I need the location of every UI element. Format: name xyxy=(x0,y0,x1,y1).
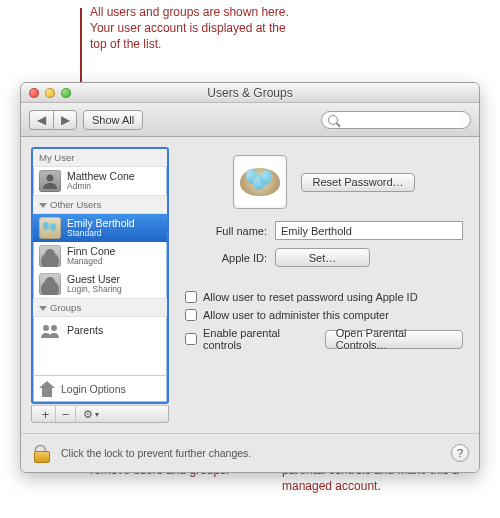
section-other-users: Other Users xyxy=(33,195,167,214)
user-picture[interactable] xyxy=(233,155,287,209)
appleid-set-button[interactable]: Set… xyxy=(275,248,370,267)
user-role: Login, Sharing xyxy=(67,285,122,294)
allow-admin-checkbox[interactable] xyxy=(185,309,197,321)
parental-checkbox[interactable] xyxy=(185,333,197,345)
forward-button[interactable]: ▶ xyxy=(53,110,77,130)
sidebar-item-user[interactable]: Finn Cone Managed xyxy=(33,242,167,270)
svg-point-0 xyxy=(47,175,54,182)
svg-point-1 xyxy=(43,325,49,331)
chevron-down-icon xyxy=(39,203,47,208)
toolbar: ◀ ▶ Show All xyxy=(21,103,479,137)
lock-icon[interactable] xyxy=(31,442,53,464)
titlebar: Users & Groups xyxy=(21,83,479,103)
allow-admin-label: Allow user to administer this computer xyxy=(203,309,389,321)
parental-label: Enable parental controls xyxy=(203,327,313,351)
remove-user-button[interactable]: − xyxy=(56,406,76,422)
user-role: Managed xyxy=(67,257,115,266)
section-my-user: My User xyxy=(33,149,167,167)
add-user-button[interactable]: + xyxy=(36,406,56,422)
login-options[interactable]: Login Options xyxy=(33,375,167,402)
window-title: Users & Groups xyxy=(21,86,479,100)
sidebar-item-user-selected[interactable]: Emily Berthold Standard xyxy=(33,214,167,242)
sidebar-item-group[interactable]: Parents xyxy=(33,317,167,345)
reset-password-button[interactable]: Reset Password… xyxy=(301,173,414,192)
sidebar-footer: + − xyxy=(31,405,169,423)
avatar xyxy=(39,273,61,295)
group-icon xyxy=(39,320,61,342)
section-label: Other Users xyxy=(50,199,101,210)
fullname-input[interactable] xyxy=(275,221,463,240)
search-field[interactable] xyxy=(321,111,471,129)
user-role: Standard xyxy=(67,229,135,238)
annotation-top: All users and groups are shown here. You… xyxy=(90,4,290,53)
avatar xyxy=(39,170,61,192)
open-parental-button[interactable]: Open Parental Controls… xyxy=(325,330,463,349)
show-all-button[interactable]: Show All xyxy=(83,110,143,130)
search-icon xyxy=(328,115,338,125)
lock-row: Click the lock to prevent further change… xyxy=(21,433,479,472)
section-groups: Groups xyxy=(33,298,167,317)
home-icon xyxy=(39,381,55,397)
chevron-down-icon xyxy=(39,306,47,311)
allow-reset-checkbox[interactable] xyxy=(185,291,197,303)
avatar xyxy=(39,245,61,267)
svg-point-2 xyxy=(51,325,57,331)
section-label: Groups xyxy=(50,302,81,313)
fullname-label: Full name: xyxy=(185,225,267,237)
sidebar-item-guest[interactable]: Guest User Login, Sharing xyxy=(33,270,167,298)
allow-reset-label: Allow user to reset password using Apple… xyxy=(203,291,418,303)
login-options-label: Login Options xyxy=(61,383,126,395)
sidebar-item-my-user[interactable]: Matthew Cone Admin xyxy=(33,167,167,195)
help-button[interactable]: ? xyxy=(451,444,469,462)
avatar xyxy=(39,217,61,239)
users-sidebar: My User Matthew Cone Admin Other Users xyxy=(31,147,169,404)
lock-text: Click the lock to prevent further change… xyxy=(61,447,251,459)
group-name: Parents xyxy=(67,325,103,337)
appleid-label: Apple ID: xyxy=(185,252,267,264)
user-role: Admin xyxy=(67,182,135,191)
back-button[interactable]: ◀ xyxy=(29,110,53,130)
main-pane: Reset Password… Full name: Apple ID: Set… xyxy=(179,147,469,423)
action-menu-button[interactable] xyxy=(76,406,106,422)
prefs-window: Users & Groups ◀ ▶ Show All My User xyxy=(20,82,480,473)
